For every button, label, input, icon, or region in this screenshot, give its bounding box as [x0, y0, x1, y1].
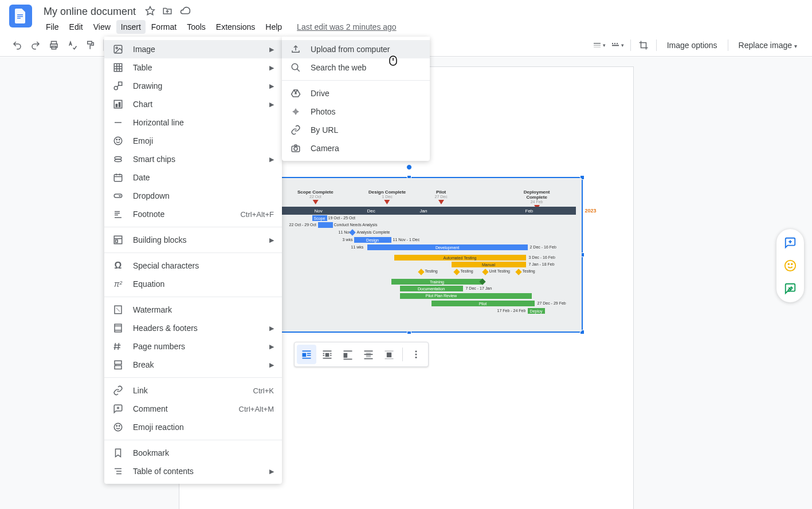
menu-item-dropdown[interactable]: Dropdown — [104, 187, 282, 205]
menu-item-footnote[interactable]: FootnoteCtrl+Alt+F — [104, 205, 282, 223]
redo-button[interactable] — [28, 37, 44, 53]
wrap-inline-button[interactable] — [297, 345, 316, 364]
svg-rect-53 — [119, 82, 122, 85]
toolbar-separator — [630, 40, 631, 51]
svg-point-43 — [788, 263, 789, 265]
date-icon — [112, 172, 124, 183]
undo-button[interactable] — [9, 37, 25, 53]
menu-edit[interactable]: Edit — [65, 20, 88, 34]
document-title[interactable]: My online document — [41, 5, 138, 19]
svg-rect-24 — [323, 355, 324, 356]
menu-item-search-the-web[interactable]: Search the web — [282, 58, 430, 77]
menu-item-upload-from-computer[interactable]: Upload from computer — [282, 40, 430, 58]
menu-item-page-numbers[interactable]: Page numbers▶ — [104, 337, 282, 356]
behind-text-button[interactable] — [359, 345, 378, 364]
menu-item-date[interactable]: Date — [104, 168, 282, 187]
chevron-right-icon: ▶ — [269, 468, 274, 475]
camera-icon — [290, 143, 301, 154]
menu-item-drive[interactable]: Drive — [282, 84, 430, 102]
menu-item-horizontal-line[interactable]: Horizontal line — [104, 113, 282, 132]
svg-point-91 — [119, 425, 120, 427]
menu-item-label: Smart chips — [133, 155, 269, 164]
add-emoji-reaction-button[interactable] — [780, 255, 801, 276]
add-comment-button[interactable] — [780, 232, 801, 253]
menu-item-label: Equation — [133, 279, 274, 289]
border-width-button[interactable]: ▾ — [610, 37, 626, 53]
menu-item-watermark[interactable]: Watermark — [104, 301, 282, 319]
gantt-milestone: Scope Complete22 Oct — [297, 190, 334, 204]
menu-item-drawing[interactable]: Drawing▶ — [104, 77, 282, 95]
svg-point-61 — [119, 139, 120, 140]
svg-rect-12 — [612, 43, 613, 44]
spellcheck-button[interactable] — [64, 37, 80, 53]
menu-item-emoji-reaction[interactable]: Emoji reaction — [104, 418, 282, 436]
svg-rect-22 — [323, 353, 324, 354]
menu-file[interactable]: File — [41, 20, 64, 34]
selected-image[interactable]: Scope Complete22 OctDesign Complete1 Dec… — [236, 177, 583, 333]
menu-item-by-url[interactable]: By URL — [282, 121, 430, 139]
svg-rect-8 — [594, 43, 601, 44]
hr-icon — [112, 117, 124, 128]
paint-format-button[interactable] — [83, 37, 99, 53]
svg-rect-36 — [385, 358, 393, 360]
svg-line-54 — [117, 85, 119, 87]
menu-help[interactable]: Help — [261, 20, 287, 34]
svg-rect-86 — [115, 366, 121, 369]
svg-point-37 — [415, 350, 417, 352]
menu-insert[interactable]: Insert — [116, 20, 146, 34]
menu-item-special-characters[interactable]: ΩSpecial characters — [104, 257, 282, 275]
suggest-edits-button[interactable] — [780, 278, 801, 299]
replace-image-button[interactable]: Replace image — [733, 41, 803, 50]
last-edit-link[interactable]: Last edit was 2 minutes ago — [297, 22, 397, 31]
menu-item-photos[interactable]: Photos — [282, 102, 430, 121]
cloud-status-icon[interactable] — [179, 5, 191, 18]
menu-separator — [104, 227, 282, 227]
menu-item-table[interactable]: Table▶ — [104, 58, 282, 77]
menu-item-bookmark[interactable]: Bookmark — [104, 444, 282, 462]
chevron-right-icon: ▶ — [269, 361, 274, 369]
menu-item-comment[interactable]: CommentCtrl+Alt+M — [104, 400, 282, 418]
insert-menu-dropdown: Image▶Table▶Drawing▶Chart▶Horizontal lin… — [104, 37, 282, 484]
wrap-text-button[interactable] — [317, 345, 337, 364]
svg-rect-26 — [323, 358, 331, 359]
link-icon — [112, 385, 124, 396]
menu-item-headers-footers[interactable]: Headers & footers▶ — [104, 319, 282, 337]
menu-tools[interactable]: Tools — [182, 20, 210, 34]
menu-item-camera[interactable]: Camera — [282, 139, 430, 157]
docs-logo[interactable] — [9, 5, 32, 27]
front-text-button[interactable] — [379, 345, 399, 364]
rotate-handle[interactable] — [406, 164, 412, 170]
menu-view[interactable]: View — [89, 20, 115, 34]
menu-item-equation[interactable]: π²Equation — [104, 275, 282, 293]
star-icon[interactable] — [145, 6, 155, 18]
print-button[interactable] — [46, 37, 62, 53]
menu-item-chart[interactable]: Chart▶ — [104, 95, 282, 113]
menu-item-label: Search the web — [311, 63, 422, 72]
svg-rect-56 — [116, 104, 117, 107]
menu-item-link[interactable]: LinkCtrl+K — [104, 381, 282, 400]
svg-point-38 — [415, 354, 417, 356]
menu-item-label: Footnote — [133, 210, 240, 219]
menu-item-label: Table of contents — [133, 467, 269, 476]
menu-item-emoji[interactable]: Emoji — [104, 132, 282, 150]
svg-rect-20 — [323, 350, 331, 352]
bookmark-icon — [112, 447, 124, 459]
menu-item-building-blocks[interactable]: Building blocks▶ — [104, 231, 282, 249]
svg-rect-34 — [385, 350, 393, 352]
menu-item-label: Link — [133, 386, 253, 395]
svg-rect-75 — [116, 240, 118, 243]
move-icon[interactable] — [162, 6, 172, 18]
image-options-button[interactable]: Image options — [661, 41, 723, 50]
break-icon — [112, 359, 124, 370]
menu-item-table-of-contents[interactable]: Table of contents▶ — [104, 462, 282, 480]
crop-button[interactable] — [636, 37, 652, 53]
menu-item-smart-chips[interactable]: Smart chips▶ — [104, 150, 282, 168]
menu-item-image[interactable]: Image▶ — [104, 40, 282, 58]
menu-format[interactable]: Format — [147, 20, 181, 34]
border-style-button[interactable]: ▾ — [591, 37, 607, 53]
menu-item-break[interactable]: Break▶ — [104, 356, 282, 374]
svg-rect-32 — [364, 354, 372, 355]
menu-extensions[interactable]: Extensions — [211, 20, 260, 34]
more-image-options-button[interactable] — [406, 345, 426, 364]
break-text-button[interactable] — [338, 345, 358, 364]
